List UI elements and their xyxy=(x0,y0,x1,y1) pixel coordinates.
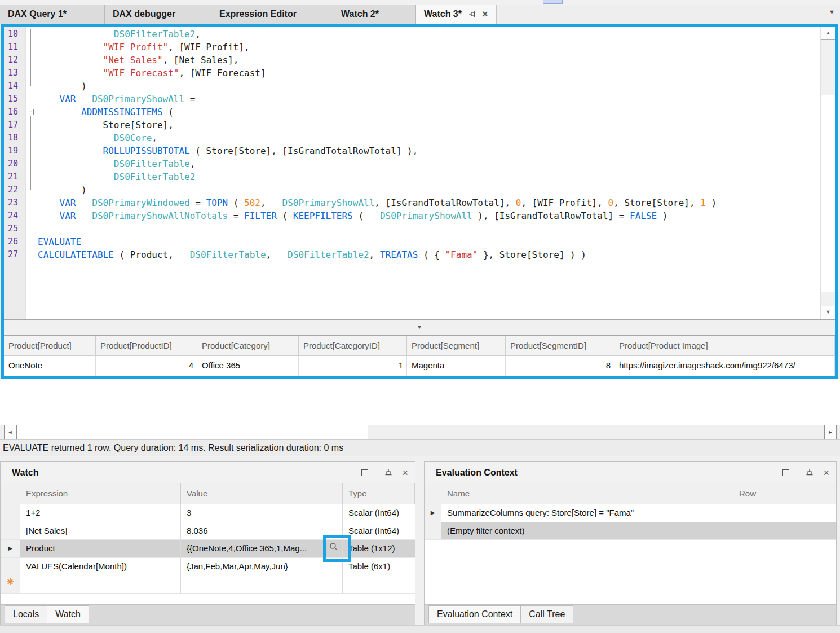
new-row-star-icon xyxy=(6,581,14,587)
scroll-down-icon[interactable]: ▼ xyxy=(821,306,835,319)
line-number: 13 xyxy=(4,67,25,80)
watch-row-gutter xyxy=(1,504,20,522)
code-lines: 10 __DS0FilterTable2,11 "WIF_Profit", [W… xyxy=(4,28,835,261)
doc-tab-dax-debugger[interactable]: DAX debugger xyxy=(105,5,211,24)
vertical-scrollbar-thumb[interactable] xyxy=(821,95,835,292)
pin-icon[interactable] xyxy=(384,469,392,477)
pin-icon[interactable] xyxy=(806,469,814,477)
fold-margin xyxy=(25,222,36,235)
watch-expression-cell[interactable]: [Net Sales] xyxy=(20,522,181,540)
results-cell: https://imagizer.imageshack.com/img922/6… xyxy=(614,356,835,376)
close-icon[interactable]: × xyxy=(823,467,829,479)
indent-guide xyxy=(81,28,81,80)
editor-results-splitter[interactable]: ▼ xyxy=(4,319,835,336)
doc-tab-expression-editor[interactable]: Expression Editor xyxy=(211,5,333,24)
evaluation-context-row[interactable]: ▶SummarizeColumns query: Store[Store] = … xyxy=(425,504,836,522)
results-horizontal-scrollbar[interactable]: ◄ ► xyxy=(0,425,840,439)
watch-row[interactable]: ▶Product{{OneNote,4,Office 365,1,Mag...T… xyxy=(1,540,415,558)
code-text: "WIF_Profit", [WIF Profit], xyxy=(36,41,250,54)
scroll-right-icon[interactable]: ► xyxy=(824,425,837,439)
line-number: 16 xyxy=(4,106,25,118)
evaluation-context-row[interactable]: (Empty filter context) xyxy=(425,522,836,540)
scroll-left-icon[interactable]: ◄ xyxy=(4,425,16,439)
code-line: 14 ) xyxy=(4,80,835,93)
watch-expression-cell[interactable]: 1+2 xyxy=(20,504,181,522)
watch-row[interactable]: 1+23Scalar (Int64) xyxy=(1,504,415,522)
watch-type-cell: Scalar (Int64) xyxy=(343,504,415,522)
code-text: Store[Store], xyxy=(36,118,174,131)
code-line: 21 __DS0FilterTable2 xyxy=(4,170,835,183)
watch-expression-cell[interactable] xyxy=(20,575,181,594)
fold-margin xyxy=(25,235,36,248)
code-line: 10 __DS0FilterTable2, xyxy=(4,28,835,41)
line-number: 17 xyxy=(4,118,25,131)
watch-expression-cell[interactable]: Product xyxy=(20,540,181,558)
eval-panel-tab-evaluation-context[interactable]: Evaluation Context xyxy=(428,605,521,623)
fold-collapse-icon[interactable]: − xyxy=(28,109,34,115)
watch-panel-tab-watch[interactable]: Watch xyxy=(47,605,89,623)
watch-grid-rows: 1+23Scalar (Int64)[Net Sales]8.036Scalar… xyxy=(1,504,415,594)
pin-icon[interactable] xyxy=(468,10,476,18)
watch-row[interactable]: [Net Sales]8.036Scalar (Int64) xyxy=(1,522,415,540)
results-data-row[interactable]: OneNote4Office 3651Magenta8https://imagi… xyxy=(4,356,835,376)
eval-row-cell xyxy=(733,522,836,540)
code-text: EVALUATE xyxy=(36,235,81,248)
toolbar-highlighted-button[interactable] xyxy=(543,0,563,4)
watch-type-cell: Scalar (Int64) xyxy=(343,522,415,540)
horizontal-scrollbar-thumb[interactable] xyxy=(16,425,368,439)
maximize-icon[interactable] xyxy=(782,469,789,476)
line-number: 22 xyxy=(4,183,25,196)
results-header-row: Product[Product]Product[ProductID]Produc… xyxy=(4,336,835,356)
watch-row-gutter: ▶ xyxy=(1,540,20,558)
watch-value-cell[interactable]: 8.036 xyxy=(181,522,343,540)
watch-panel-titlebar: Watch × xyxy=(1,462,415,483)
code-text: VAR __DS0PrimaryWindowed = TOPN ( 502, _… xyxy=(36,196,717,209)
watch-column-header-type: Type xyxy=(343,483,415,504)
dax-code-editor[interactable]: 10 __DS0FilterTable2,11 "WIF_Profit", [W… xyxy=(4,27,835,319)
fold-margin xyxy=(25,209,36,222)
watch-row-gutter xyxy=(1,522,20,540)
line-number: 21 xyxy=(4,170,25,183)
eval-column-header-name: Name xyxy=(441,483,733,504)
eval-column-header-row: Row xyxy=(733,483,836,504)
magnifier-icon xyxy=(329,540,338,557)
line-number: 12 xyxy=(4,54,25,67)
code-text: "WIF_Forecast", [WIF Forecast] xyxy=(36,67,266,80)
fold-region-line xyxy=(30,29,31,86)
line-number: 18 xyxy=(4,131,25,144)
watch-value-cell[interactable]: {Jan,Feb,Mar,Apr,May,Jun} xyxy=(181,558,343,576)
code-text: CALCULATETABLE ( Product, __DS0FilterTab… xyxy=(36,248,586,261)
bottom-strip xyxy=(0,625,840,633)
results-column-header-product-product-image: Product[Product Image] xyxy=(614,336,835,356)
code-line: 13 "WIF_Forecast", [WIF Forecast] xyxy=(4,67,835,80)
code-line: 25 xyxy=(4,222,835,235)
magnifier-button[interactable] xyxy=(325,540,343,558)
line-number: 20 xyxy=(4,157,25,170)
watch-panel-tab-locals[interactable]: Locals xyxy=(5,605,47,623)
eval-panel-tab-call-tree[interactable]: Call Tree xyxy=(520,605,573,623)
watch-row[interactable] xyxy=(1,575,415,594)
scroll-up-icon[interactable]: ▲ xyxy=(821,27,835,40)
close-icon[interactable]: × xyxy=(402,467,408,479)
doc-tab-label: DAX Query 1* xyxy=(8,9,67,19)
watch-expression-cell[interactable]: VALUES(Calendar[Month]) xyxy=(20,558,181,576)
doc-tab-watch-2[interactable]: Watch 2* xyxy=(333,5,416,24)
results-column-header-product-category: Product[Category] xyxy=(197,336,299,356)
watch-value-cell[interactable]: {{OneNote,4,Office 365,1,Mag... xyxy=(181,540,325,558)
line-number: 26 xyxy=(4,235,25,248)
maximize-icon[interactable] xyxy=(361,469,368,476)
doc-tab-watch-3[interactable]: Watch 3*× xyxy=(416,5,497,24)
code-text: VAR __DS0PrimaryShowAll = xyxy=(36,93,195,106)
eval-row-cell xyxy=(733,504,836,522)
close-icon[interactable]: × xyxy=(482,10,488,18)
doc-tab-label: Expression Editor xyxy=(219,9,297,19)
results-cell: 8 xyxy=(506,356,614,376)
watch-value-cell[interactable]: 3 xyxy=(181,504,343,522)
doc-tab-dax-query-1[interactable]: DAX Query 1* xyxy=(0,5,105,24)
watch-row[interactable]: VALUES(Calendar[Month]){Jan,Feb,Mar,Apr,… xyxy=(1,558,415,576)
results-empty-area xyxy=(0,379,840,425)
editor-vertical-scrollbar[interactable]: ▲ ▼ xyxy=(820,27,835,319)
tab-list-dropdown-icon[interactable]: ▼ xyxy=(829,8,835,15)
watch-value-cell[interactable] xyxy=(181,575,343,594)
code-line: 12 "Net_Sales", [Net Sales], xyxy=(4,54,835,67)
